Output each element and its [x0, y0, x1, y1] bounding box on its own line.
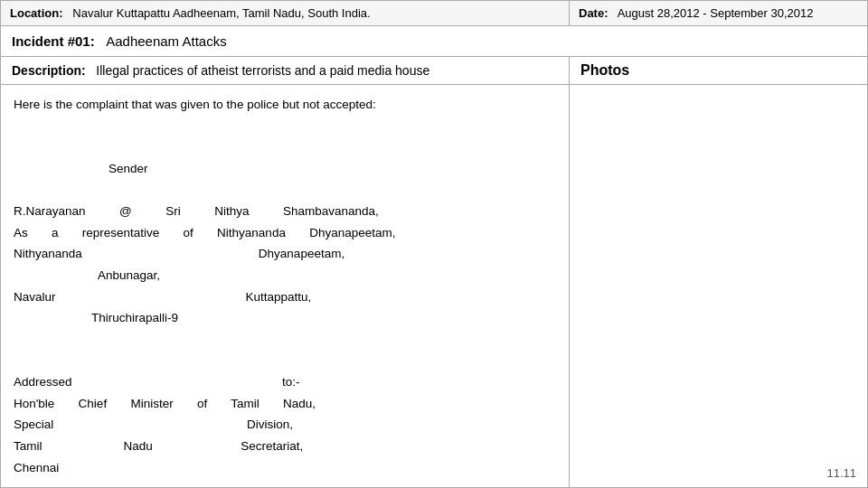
- location-cell: Location: Navalur Kuttapattu Aadheenam, …: [1, 1, 570, 26]
- incident-title: Aadheenam Attacks: [106, 33, 226, 49]
- date-cell: Date: August 28,2012 - September 30,2012: [570, 1, 868, 26]
- incident-label: Incident #01:: [12, 33, 95, 49]
- main-content-cell: Here is the complaint that was given to …: [1, 85, 570, 488]
- date-label: Date:: [579, 6, 609, 20]
- photos-label: Photos: [580, 62, 629, 78]
- description-label: Description:: [12, 63, 86, 78]
- photos-header-cell: Photos: [570, 57, 868, 85]
- date-value: August 28,2012 - September 30,2012: [618, 6, 814, 20]
- description-value: Illegal practices of atheist terrorists …: [96, 63, 429, 78]
- body-text: Here is the complaint that was given to …: [14, 94, 556, 478]
- incident-title-cell: Incident #01: Aadheenam Attacks: [1, 26, 868, 57]
- photos-cell: 11.11: [570, 85, 868, 488]
- description-header-cell: Description: Illegal practices of atheis…: [1, 57, 570, 85]
- location-label: Location:: [10, 6, 63, 20]
- page-number: 11.11: [826, 466, 856, 480]
- location-value: Navalur Kuttapattu Aadheenam, Tamil Nadu…: [72, 6, 370, 20]
